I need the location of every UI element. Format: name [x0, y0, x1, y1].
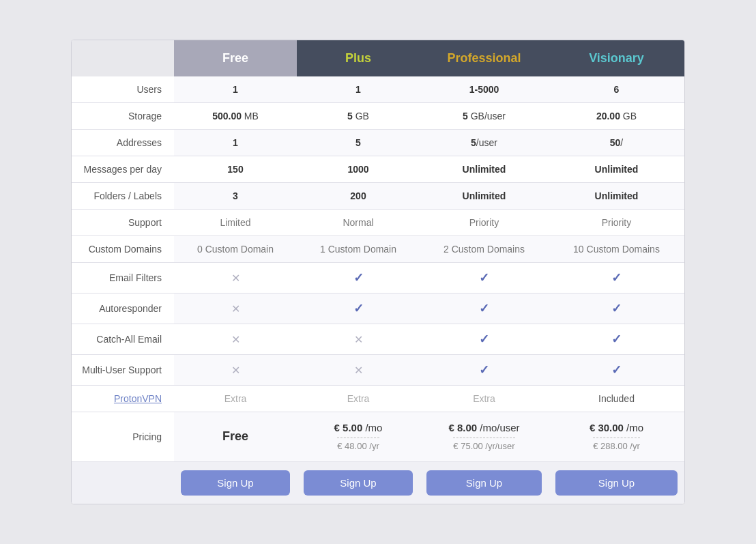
- row-label-7: Email Filters: [72, 263, 174, 294]
- header-plus: Plus: [297, 40, 420, 76]
- row-3-col-free: 150: [174, 156, 297, 183]
- row-10-col-plus: ✕: [297, 355, 420, 386]
- cross-icon: ✕: [354, 334, 363, 345]
- row-4-col-plus: 200: [297, 183, 420, 210]
- pricing-table: Free Plus Professional Visionary Users11…: [71, 40, 685, 504]
- check-icon: ✓: [611, 332, 622, 346]
- row-10-col-free: ✕: [174, 355, 297, 386]
- pricing-pro-yr: € 75.00 /yr/user: [453, 438, 514, 454]
- row-8-col-free: ✕: [174, 294, 297, 324]
- row-addresses-col-1: 5: [297, 130, 420, 156]
- row-protonvpn-col-1: Extra: [297, 386, 420, 412]
- pricing-pro: € 8.00 /mo/user€ 75.00 /yr/user: [420, 412, 549, 462]
- row-0-col-plus: 1: [297, 76, 420, 103]
- row-0-col-professional: 1-5000: [420, 76, 549, 103]
- row-9-col-visionary: ✓: [549, 324, 684, 355]
- row-5-col-professional: Priority: [420, 210, 549, 236]
- row-8-col-professional: ✓: [420, 294, 549, 324]
- row-storage-col-2: 5 GB/user: [420, 103, 549, 130]
- pricing-free: Free: [174, 412, 297, 462]
- signup-pro-cell: Sign Up: [420, 461, 549, 504]
- pricing-plus-mo: € 5.00 /mo: [306, 420, 410, 436]
- row-9-col-professional: ✓: [420, 324, 549, 355]
- signup-vis-button[interactable]: Sign Up: [555, 470, 678, 496]
- row-label-1: Storage: [72, 103, 174, 130]
- row-4-col-visionary: Unlimited: [549, 183, 684, 210]
- signup-pro-button[interactable]: Sign Up: [426, 470, 542, 496]
- pricing-plus-yr: € 48.00 /yr: [337, 438, 379, 454]
- row-label-5: Support: [72, 210, 174, 236]
- cross-icon: ✕: [231, 272, 240, 284]
- row-8-col-plus: ✓: [297, 294, 420, 324]
- row-storage-col-3: 20.00 GB: [549, 103, 684, 130]
- pricing-vis: € 30.00 /mo€ 288.00 /yr: [549, 412, 684, 462]
- pricing-plus: € 5.00 /mo€ 48.00 /yr: [297, 412, 420, 462]
- pricing-pro-mo: € 8.00 /mo/user: [429, 420, 539, 436]
- row-7-col-free: ✕: [174, 263, 297, 294]
- row-0-col-free: 1: [174, 76, 297, 103]
- row-9-col-free: ✕: [174, 324, 297, 355]
- row-domain-col-0: 0 Custom Domain: [174, 236, 297, 263]
- check-icon: ✓: [611, 271, 622, 285]
- header-free: Free: [174, 40, 297, 76]
- row-0-col-visionary: 6: [549, 76, 684, 103]
- cross-icon: ✕: [231, 364, 240, 376]
- cross-icon: ✕: [354, 364, 363, 376]
- pricing-free-value: Free: [222, 429, 248, 443]
- header-professional: Professional: [420, 40, 549, 76]
- signup-plus-cell: Sign Up: [297, 461, 420, 504]
- cross-icon: ✕: [231, 303, 240, 315]
- row-label-8: Autoresponder: [72, 294, 174, 324]
- row-addresses-col-0: 1: [174, 130, 297, 156]
- row-5-col-free: Limited: [174, 210, 297, 236]
- row-label-2: Addresses: [72, 130, 174, 156]
- row-addresses-col-3: 50/: [549, 130, 684, 156]
- row-7-col-visionary: ✓: [549, 263, 684, 294]
- row-domain-col-1: 1 Custom Domain: [297, 236, 420, 263]
- protonvpn-link[interactable]: ProtonVPN: [114, 393, 162, 404]
- row-label-11[interactable]: ProtonVPN: [72, 386, 174, 412]
- row-label-12: Pricing: [72, 412, 174, 462]
- row-4-col-professional: Unlimited: [420, 183, 549, 210]
- row-storage-col-1: 5 GB: [297, 103, 420, 130]
- row-7-col-plus: ✓: [297, 263, 420, 294]
- check-icon: ✓: [353, 271, 364, 285]
- check-icon: ✓: [611, 302, 622, 315]
- row-domain-col-3: 10 Custom Domains: [549, 236, 684, 263]
- row-8-col-visionary: ✓: [549, 294, 684, 324]
- row-protonvpn-col-2: Extra: [420, 386, 549, 412]
- row-3-col-professional: Unlimited: [420, 156, 549, 183]
- signup-empty: [72, 461, 174, 504]
- row-3-col-visionary: Unlimited: [549, 156, 684, 183]
- row-10-col-visionary: ✓: [549, 355, 684, 386]
- signup-plus-button[interactable]: Sign Up: [304, 470, 413, 496]
- row-protonvpn-col-3: Included: [549, 386, 684, 412]
- check-icon: ✓: [479, 271, 489, 285]
- row-label-0: Users: [72, 76, 174, 103]
- row-protonvpn-col-0: Extra: [174, 386, 297, 412]
- row-7-col-professional: ✓: [420, 263, 549, 294]
- row-9-col-plus: ✕: [297, 324, 420, 355]
- row-label-10: Multi-User Support: [72, 355, 174, 386]
- row-addresses-col-2: 5/user: [420, 130, 549, 156]
- signup-free-cell: Sign Up: [174, 461, 297, 504]
- row-5-col-plus: Normal: [297, 210, 420, 236]
- row-label-3: Messages per day: [72, 156, 174, 183]
- row-5-col-visionary: Priority: [549, 210, 684, 236]
- header-visionary: Visionary: [549, 40, 684, 76]
- signup-free-button[interactable]: Sign Up: [181, 470, 290, 496]
- row-3-col-plus: 1000: [297, 156, 420, 183]
- row-label-9: Catch-All Email: [72, 324, 174, 355]
- check-icon: ✓: [479, 332, 489, 346]
- pricing-vis-mo: € 30.00 /mo: [558, 420, 675, 436]
- row-label-6: Custom Domains: [72, 236, 174, 263]
- row-storage-col-0: 500.00 MB: [174, 103, 297, 130]
- cross-icon: ✕: [231, 334, 240, 345]
- row-domain-col-2: 2 Custom Domains: [420, 236, 549, 263]
- empty-header: [72, 40, 174, 76]
- check-icon: ✓: [479, 363, 489, 377]
- row-label-4: Folders / Labels: [72, 183, 174, 210]
- check-icon: ✓: [611, 363, 622, 377]
- check-icon: ✓: [479, 302, 489, 315]
- signup-vis-cell: Sign Up: [549, 461, 684, 504]
